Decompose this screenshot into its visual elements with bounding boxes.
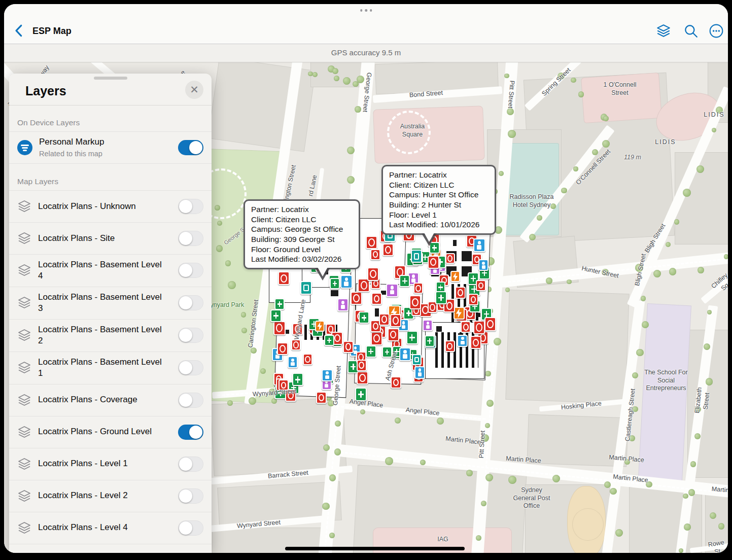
map-marker-icon[interactable] — [461, 321, 471, 333]
map-marker-icon[interactable] — [315, 321, 325, 332]
map-marker-icon[interactable] — [455, 287, 466, 299]
map-marker-icon[interactable] — [473, 238, 485, 252]
more-options-button[interactable] — [709, 23, 724, 39]
layer-row-locatrix-plans-level-4[interactable]: Locatrix Plans - Level 4 — [9, 512, 212, 544]
map-marker-icon[interactable] — [470, 336, 482, 349]
map-marker-icon[interactable] — [411, 250, 423, 263]
callout-line: Partner: Locatrix — [389, 170, 489, 180]
layer-toggle[interactable] — [178, 199, 203, 214]
layer-row-locatrix-plans-site[interactable]: Locatrix Plans - Site — [9, 223, 212, 255]
layer-toggle[interactable] — [178, 457, 203, 472]
map-marker-icon[interactable] — [359, 311, 369, 324]
map-marker-icon[interactable] — [425, 335, 435, 347]
map-marker-icon[interactable] — [388, 328, 399, 341]
layer-row-locatrix-plans-basement-level-4[interactable]: Locatrix Plans - Basement Level 4 — [9, 255, 212, 287]
map-marker-icon[interactable] — [330, 278, 339, 289]
map-marker-icon[interactable] — [340, 275, 353, 289]
map-marker-icon[interactable] — [288, 356, 298, 368]
layer-row-locatrix-plans-basement-level-3[interactable]: Locatrix Plans - Basement Level 3 — [9, 287, 212, 320]
map-marker-icon[interactable] — [274, 298, 285, 310]
layer-toggle[interactable] — [178, 520, 203, 536]
map-marker-icon[interactable] — [371, 293, 382, 305]
map-marker-icon[interactable] — [445, 253, 455, 264]
map-marker-icon[interactable] — [386, 284, 398, 297]
map-marker-icon[interactable] — [399, 275, 410, 287]
map-marker-icon[interactable] — [270, 309, 282, 322]
map-callout[interactable]: Partner: LocatrixClient: Citizen LLCCamp… — [243, 199, 360, 269]
map-callout[interactable]: Partner: LocatrixClient: Citizen LLCCamp… — [381, 165, 496, 235]
map-marker-icon[interactable] — [450, 271, 460, 282]
map-marker-icon[interactable] — [367, 267, 379, 281]
layer-toggle[interactable] — [178, 360, 203, 375]
callout-line: Campus: George St Office — [251, 224, 353, 234]
map-marker-icon[interactable] — [366, 236, 377, 250]
multitask-indicator-icon[interactable] — [360, 9, 372, 12]
map-marker-icon[interactable] — [484, 317, 497, 331]
map-marker-icon[interactable] — [366, 345, 376, 358]
layers-toolbar-button[interactable] — [656, 23, 671, 39]
map-marker-icon[interactable] — [337, 298, 348, 311]
layer-sublabel: Related to this map — [39, 149, 168, 159]
map-marker-icon[interactable] — [412, 354, 422, 365]
layer-row-locatrix-plans-basement-level-2[interactable]: Locatrix Plans - Basement Level 2 — [9, 320, 212, 352]
map-marker-icon[interactable] — [413, 283, 423, 294]
map-marker-icon[interactable] — [390, 314, 401, 327]
tree-icon — [561, 188, 567, 193]
layer-toggle[interactable] — [178, 140, 203, 155]
layer-toggle[interactable] — [178, 263, 203, 278]
tree-icon — [332, 68, 338, 74]
map-marker-icon[interactable] — [478, 259, 489, 271]
map-marker-icon[interactable] — [371, 332, 382, 345]
tree-icon — [718, 523, 724, 529]
map-marker-icon[interactable] — [291, 339, 301, 351]
map-marker-icon[interactable] — [406, 331, 418, 344]
map-marker-icon[interactable] — [278, 271, 290, 285]
layer-toggle[interactable] — [178, 393, 203, 408]
search-button[interactable] — [683, 23, 699, 39]
tree-icon — [322, 503, 329, 510]
map-marker-icon[interactable] — [473, 321, 485, 334]
layer-toggle[interactable] — [178, 328, 203, 343]
layer-row-locatrix-plans-unknown[interactable]: Locatrix Plans - Unknown — [9, 191, 212, 223]
map-marker-icon[interactable] — [303, 354, 313, 365]
map-marker-icon[interactable] — [277, 342, 288, 355]
map-marker-icon[interactable] — [457, 335, 468, 347]
tree-icon — [688, 489, 695, 496]
map-marker-icon[interactable] — [300, 281, 312, 295]
layer-row-locatrix-plans-level-2[interactable]: Locatrix Plans - Level 2 — [9, 480, 212, 512]
map-marker-icon[interactable] — [357, 360, 367, 371]
map-marker-icon[interactable] — [292, 373, 304, 386]
map-marker-icon[interactable] — [468, 294, 478, 305]
map-marker-icon[interactable] — [343, 341, 354, 353]
layer-toggle[interactable] — [178, 425, 203, 440]
map-marker-icon[interactable] — [316, 392, 327, 404]
map-marker-icon[interactable] — [409, 295, 422, 309]
map-marker-icon[interactable] — [370, 249, 380, 260]
layer-row-personal-markup[interactable]: Personal MarkupRelated to this map — [9, 132, 212, 164]
map-marker-icon[interactable] — [435, 291, 447, 305]
map-marker-icon[interactable] — [351, 292, 362, 305]
map-marker-icon[interactable] — [379, 313, 390, 326]
close-button[interactable]: ✕ — [185, 81, 203, 99]
map-marker-icon[interactable] — [357, 371, 368, 384]
map-marker-icon[interactable] — [428, 256, 439, 269]
map-marker-icon[interactable] — [423, 320, 433, 331]
map-marker-icon[interactable] — [445, 340, 455, 352]
back-button[interactable] — [12, 23, 27, 39]
map-marker-icon[interactable] — [273, 321, 286, 335]
map-marker-icon[interactable] — [322, 369, 332, 381]
layer-row-locatrix-plans-coverage[interactable]: Locatrix Plans - Coverage — [9, 384, 212, 416]
map-marker-icon[interactable] — [324, 335, 334, 346]
layer-row-locatrix-plans-level-1[interactable]: Locatrix Plans - Level 1 — [9, 448, 212, 480]
layer-toggle[interactable] — [178, 231, 203, 246]
layer-toggle[interactable] — [178, 295, 203, 310]
map-marker-icon[interactable] — [414, 366, 426, 379]
layer-toggle[interactable] — [178, 488, 203, 504]
layer-row-locatrix-plans-ground-level[interactable]: Locatrix Plans - Ground Level — [9, 416, 212, 448]
home-indicator[interactable] — [285, 547, 465, 550]
map-marker-icon[interactable] — [399, 347, 411, 361]
layer-row-locatrix-plans-basement-level-1[interactable]: Locatrix Plans - Basement Level 1 — [9, 352, 212, 384]
map-marker-icon[interactable] — [382, 243, 394, 257]
map-marker-icon[interactable] — [476, 280, 485, 291]
tree-icon — [485, 371, 491, 376]
